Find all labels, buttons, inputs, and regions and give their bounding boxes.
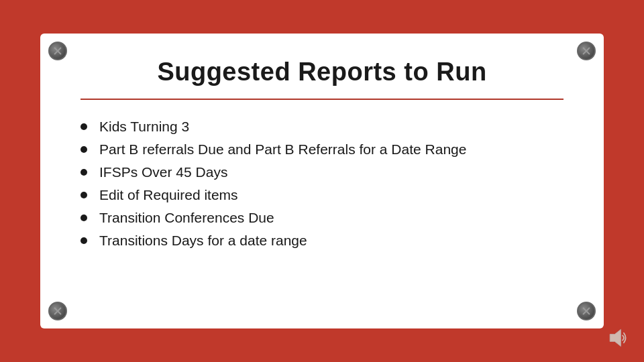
list-item: IFSPs Over 45 Days <box>80 164 564 180</box>
bullet-dot-icon <box>80 192 87 198</box>
bullet-text: Transitions Days for a date range <box>99 233 307 249</box>
title-divider <box>80 99 564 100</box>
speaker-icon <box>605 326 629 350</box>
bullet-dot-icon <box>80 146 87 153</box>
bullet-list: Kids Turning 3Part B referrals Due and P… <box>80 119 564 255</box>
slide-background: Suggested Reports to Run Kids Turning 3P… <box>0 0 644 362</box>
bullet-dot-icon <box>80 123 87 130</box>
bullet-text: Part B referrals Due and Part B Referral… <box>99 141 466 158</box>
bullet-text: Transition Conferences Due <box>99 210 274 226</box>
list-item: Transition Conferences Due <box>80 210 564 226</box>
bullet-text: IFSPs Over 45 Days <box>99 164 227 180</box>
screw-top-right <box>577 42 596 60</box>
screw-top-left <box>48 42 67 60</box>
bullet-dot-icon <box>80 169 87 176</box>
slide-title: Suggested Reports to Run <box>80 58 564 86</box>
list-item: Edit of Required items <box>80 187 564 203</box>
list-item: Part B referrals Due and Part B Referral… <box>80 141 564 158</box>
bullet-text: Edit of Required items <box>99 187 238 203</box>
list-item: Transitions Days for a date range <box>80 233 564 249</box>
screw-bottom-left <box>48 302 67 320</box>
screw-bottom-right <box>577 302 596 320</box>
bullet-dot-icon <box>80 215 87 221</box>
list-item: Kids Turning 3 <box>80 119 564 135</box>
content-card: Suggested Reports to Run Kids Turning 3P… <box>40 34 604 328</box>
bullet-dot-icon <box>80 237 87 244</box>
bullet-text: Kids Turning 3 <box>99 119 189 135</box>
